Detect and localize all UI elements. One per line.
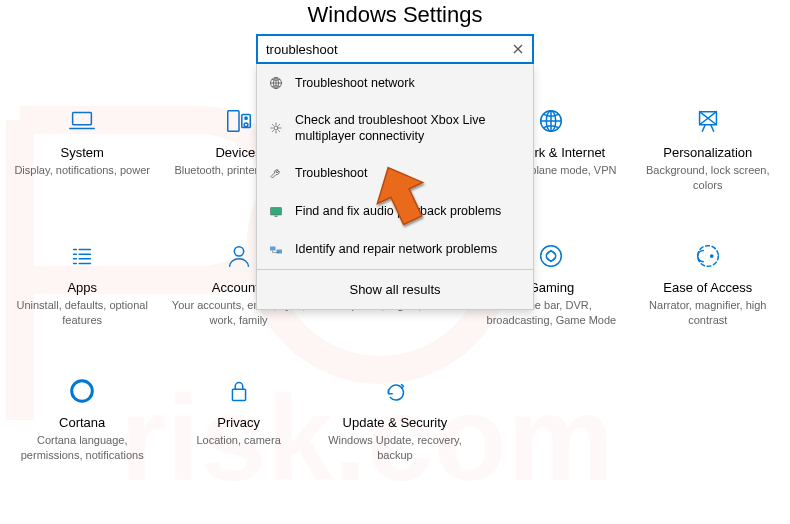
tile-title: Ease of Access [636,280,780,295]
suggestion-label: Check and troubleshoot Xbox Live multipl… [295,112,523,145]
suggestion-item[interactable]: Troubleshoot [257,155,533,193]
tile-cortana[interactable]: CortanaCortana language, permissions, no… [4,355,160,490]
tile-apps[interactable]: AppsUninstall, defaults, optional featur… [4,220,160,355]
suggestion-label: Identify and repair network problems [295,241,497,257]
tile-desc: Narrator, magnifier, high contrast [636,298,780,328]
suggestion-item[interactable]: Find and fix audio playback problems [257,193,533,231]
svg-rect-2 [73,112,92,124]
suggestion-label: Troubleshoot network [295,75,415,91]
cortana-icon [10,373,154,408]
suggestion-label: Troubleshoot [295,165,368,181]
tile-title: Cortana [10,415,154,430]
tile-desc: Display, notifications, power [10,163,154,178]
svg-point-18 [710,254,712,256]
tile-desc: Windows Update, recovery, backup [323,433,467,463]
search-suggestions: Troubleshoot networkCheck and troublesho… [256,64,534,310]
suggestion-item[interactable]: Check and troubleshoot Xbox Live multipl… [257,102,533,155]
laptop-icon [10,103,154,138]
svg-rect-24 [271,207,282,215]
svg-point-6 [244,122,248,126]
svg-rect-3 [227,110,238,131]
tile-title: Personalization [636,145,780,160]
brush-icon [636,103,780,138]
net-icon [267,241,285,259]
tile-ease-of-access[interactable]: Ease of AccessNarrator, magnifier, high … [630,220,786,355]
svg-point-12 [234,246,243,255]
svg-point-16 [547,251,556,260]
svg-rect-20 [232,389,245,400]
tile-title: Update & Security [323,415,467,430]
update-icon [323,373,467,408]
tile-system[interactable]: SystemDisplay, notifications, power [4,85,160,220]
svg-point-19 [72,380,93,401]
svg-point-23 [274,126,278,130]
svg-rect-27 [270,246,276,250]
tile-desc: Location, camera [166,433,310,448]
tile-personalization[interactable]: PersonalizationBackground, lock screen, … [630,85,786,220]
search-container: Troubleshoot networkCheck and troublesho… [256,34,534,310]
tile-title: Privacy [166,415,310,430]
svg-point-5 [245,117,247,119]
gear-icon [267,119,285,137]
tile-title: System [10,145,154,160]
screen-icon [267,203,285,221]
tile-desc: Background, lock screen, colors [636,163,780,193]
tile-privacy[interactable]: PrivacyLocation, camera [160,355,316,490]
tile-desc: Uninstall, defaults, optional features [10,298,154,328]
search-box[interactable] [256,34,534,64]
apps-icon [10,238,154,273]
suggestion-label: Find and fix audio playback problems [295,203,501,219]
ease-icon [636,238,780,273]
show-all-results[interactable]: Show all results [257,270,533,309]
tile-update-security[interactable]: Update & SecurityWindows Update, recover… [317,355,473,490]
svg-point-17 [697,245,718,266]
svg-rect-26 [275,215,278,217]
search-input[interactable] [264,42,510,57]
suggestion-item[interactable]: Troubleshoot network [257,64,533,102]
wrench-icon [267,165,285,183]
suggestion-item[interactable]: Identify and repair network problems [257,231,533,269]
tile-desc: Cortana language, permissions, notificat… [10,433,154,463]
lock-icon [166,373,310,408]
globe-icon [267,74,285,92]
clear-icon[interactable] [510,41,526,57]
tile-title: Apps [10,280,154,295]
